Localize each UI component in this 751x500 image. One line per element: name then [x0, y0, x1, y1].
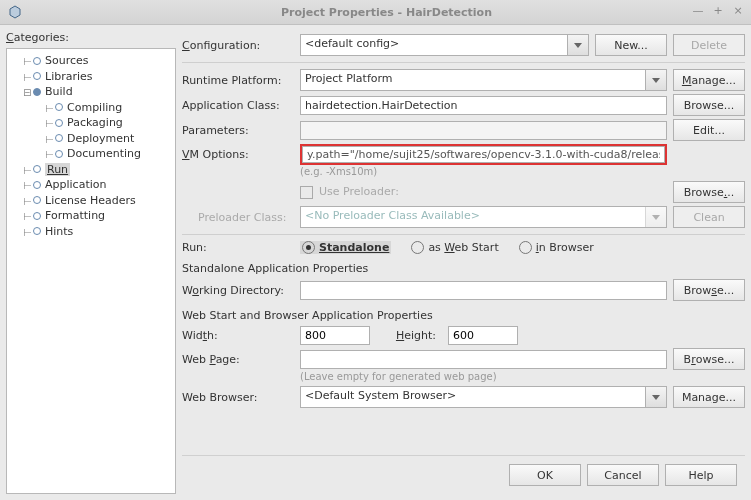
separator: [182, 62, 745, 63]
radio-icon: [519, 241, 532, 254]
cancel-button[interactable]: Cancel: [587, 464, 659, 486]
project-properties-window: Project Properties - HairDetection — + ×…: [0, 0, 751, 500]
parameters-label: Parameters:: [182, 124, 294, 137]
radio-icon: [302, 241, 315, 254]
new-button[interactable]: New...: [595, 34, 667, 56]
app-icon: [8, 5, 22, 19]
browse-workdir-button[interactable]: Browse...: [673, 279, 745, 301]
parameters-input: [300, 121, 667, 140]
web-browser-combo[interactable]: <Default System Browser>: [300, 386, 667, 408]
sidebar-item-compiling[interactable]: Compiling: [55, 101, 122, 114]
runtime-platform-value: Project Platform: [301, 70, 645, 90]
categories-label: Categories:: [6, 31, 176, 44]
vm-options-input[interactable]: [302, 146, 665, 163]
maximize-button[interactable]: +: [711, 4, 725, 17]
height-input[interactable]: [448, 326, 518, 345]
use-preloader-label: Use Preloader:: [319, 185, 399, 198]
ok-button[interactable]: OK: [509, 464, 581, 486]
sidebar-item-libraries[interactable]: Libraries: [33, 70, 93, 83]
categories-tree: ⊢Sources ⊢Libraries ⊟Build ⊢Compiling ⊢P…: [6, 48, 176, 494]
application-class-row: Application Class: Browse...: [182, 94, 745, 116]
web-browser-label: Web Browser:: [182, 391, 294, 404]
radio-in-browser[interactable]: in Browser: [519, 241, 594, 254]
dropdown-icon: [567, 35, 588, 55]
help-button[interactable]: Help: [665, 464, 737, 486]
height-label: Height:: [376, 329, 436, 342]
parameters-row: Parameters: Edit...: [182, 119, 745, 141]
tree-label: Documenting: [67, 147, 141, 160]
vm-options-row: VM Options:: [182, 144, 745, 165]
tree-label: Deployment: [67, 132, 134, 145]
runtime-platform-combo[interactable]: Project Platform: [300, 69, 667, 91]
preloader-class-combo: <No Preloader Class Available>: [300, 206, 667, 228]
tree-branch-icon: ⊢: [23, 227, 33, 238]
dropdown-icon: [645, 70, 666, 90]
sidebar-item-hints[interactable]: Hints: [33, 225, 73, 238]
tree-label: Packaging: [67, 116, 123, 129]
tree-branch-icon: ⊢: [23, 196, 33, 207]
preloader-class-label: Preloader Class:: [182, 211, 294, 224]
browse-appclass-button[interactable]: Browse...: [673, 94, 745, 116]
use-preloader-row: Use Preloader: Browse...: [182, 181, 745, 203]
manage-browser-button[interactable]: Manage...: [673, 386, 745, 408]
window-title: Project Properties - HairDetection: [22, 6, 751, 19]
browse-webpage-button[interactable]: Browse...: [673, 348, 745, 370]
edit-button[interactable]: Edit...: [673, 119, 745, 141]
tree-label: Compiling: [67, 101, 122, 114]
close-button[interactable]: ×: [731, 4, 745, 17]
dialog-body: Categories: ⊢Sources ⊢Libraries ⊟Build ⊢…: [0, 25, 751, 500]
dropdown-icon: [645, 387, 666, 407]
runtime-platform-row: Runtime Platform: Project Platform Manag…: [182, 69, 745, 91]
separator: [182, 234, 745, 235]
tree-label: Formatting: [45, 209, 105, 222]
web-browser-value: <Default System Browser>: [301, 387, 645, 407]
tree-label: Hints: [45, 225, 73, 238]
tree-branch-icon: ⊢: [23, 211, 33, 222]
vm-options-highlight: [300, 144, 667, 165]
radio-standalone[interactable]: Standalone: [300, 241, 391, 254]
application-class-input[interactable]: [300, 96, 667, 115]
form-area: Configuration: <default config> New... D…: [182, 31, 745, 455]
sidebar-item-deployment[interactable]: Deployment: [55, 132, 134, 145]
checkbox-icon: [300, 186, 313, 199]
configuration-combo[interactable]: <default config>: [300, 34, 589, 56]
standalone-section-title: Standalone Application Properties: [182, 262, 745, 275]
web-page-row: Web Page: Browse...: [182, 348, 745, 370]
working-directory-input[interactable]: [300, 281, 667, 300]
radio-web-start[interactable]: as Web Start: [411, 241, 498, 254]
radio-label: Standalone: [319, 241, 389, 254]
vm-options-hint: (e.g. -Xms10m): [300, 166, 745, 177]
titlebar: Project Properties - HairDetection — + ×: [0, 0, 751, 25]
sidebar-item-documenting[interactable]: Documenting: [55, 147, 141, 160]
run-label: Run:: [182, 241, 294, 254]
minimize-button[interactable]: —: [691, 4, 705, 17]
window-controls: — + ×: [691, 4, 745, 17]
main-panel: Configuration: <default config> New... D…: [182, 31, 745, 494]
sidebar-item-build[interactable]: Build: [33, 85, 73, 98]
tree-expand-icon[interactable]: ⊟: [23, 87, 33, 98]
web-page-label: Web Page:: [182, 353, 294, 366]
configuration-value: <default config>: [301, 35, 567, 55]
manage-button[interactable]: Manage...: [673, 69, 745, 91]
tree-label: Sources: [45, 54, 89, 67]
clean-button[interactable]: Clean: [673, 206, 745, 228]
working-directory-row: Working Directory: Browse...: [182, 279, 745, 301]
sidebar-item-packaging[interactable]: Packaging: [55, 116, 123, 129]
web-page-input[interactable]: [300, 350, 667, 369]
width-label: Width:: [182, 329, 294, 342]
sidebar-item-application[interactable]: Application: [33, 178, 106, 191]
application-class-label: Application Class:: [182, 99, 294, 112]
sidebar-item-sources[interactable]: Sources: [33, 54, 89, 67]
use-preloader-checkbox[interactable]: Use Preloader:: [300, 185, 667, 199]
web-page-hint: (Leave empty for generated web page): [300, 371, 745, 382]
sidebar-item-formatting[interactable]: Formatting: [33, 209, 105, 222]
sidebar-item-license-headers[interactable]: License Headers: [33, 194, 136, 207]
width-input[interactable]: [300, 326, 370, 345]
tree-branch-icon: ⊢: [45, 103, 55, 114]
sidebar-item-run[interactable]: Run: [33, 163, 70, 176]
browse-preloader-button[interactable]: Browse...: [673, 181, 745, 203]
preloader-class-value: <No Preloader Class Available>: [301, 207, 645, 227]
webstart-section-title: Web Start and Browser Application Proper…: [182, 309, 745, 322]
delete-button[interactable]: Delete: [673, 34, 745, 56]
tree-branch-icon: ⊢: [45, 118, 55, 129]
